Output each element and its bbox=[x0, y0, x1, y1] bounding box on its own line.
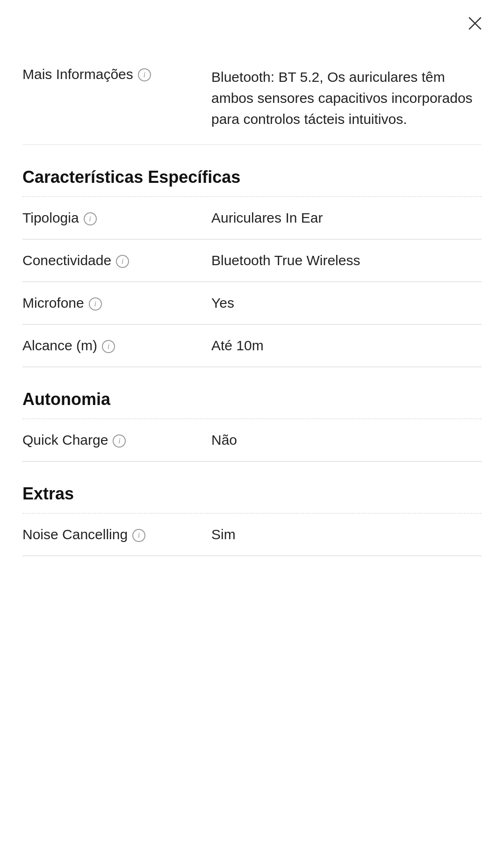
extras-section: Extras Noise Cancelling i Sim bbox=[22, 484, 482, 556]
noise-cancelling-label: Noise Cancelling bbox=[22, 527, 128, 542]
mais-informacoes-label: Mais Informações bbox=[22, 66, 133, 82]
alcance-value: Até 10m bbox=[211, 338, 482, 354]
mais-informacoes-value: Bluetooth: BT 5.2, Os auriculares têm am… bbox=[211, 66, 482, 130]
modal-container: Mais Informações i Bluetooth: BT 5.2, Os… bbox=[0, 0, 504, 853]
alcance-row: Alcance (m) i Até 10m bbox=[22, 325, 482, 367]
autonomia-section: Autonomia Quick Charge i Não bbox=[22, 390, 482, 462]
tipologia-label: Tipologia bbox=[22, 210, 79, 226]
tipologia-info-icon[interactable]: i bbox=[84, 212, 97, 225]
quick-charge-info-icon[interactable]: i bbox=[113, 434, 126, 448]
noise-cancelling-value: Sim bbox=[211, 527, 482, 542]
alcance-info-icon[interactable]: i bbox=[102, 340, 115, 353]
microfone-label-col: Microfone i bbox=[22, 295, 200, 311]
microfone-label: Microfone bbox=[22, 295, 84, 311]
tipologia-label-col: Tipologia i bbox=[22, 210, 200, 226]
quick-charge-label-col: Quick Charge i bbox=[22, 432, 200, 448]
content-area: Mais Informações i Bluetooth: BT 5.2, Os… bbox=[0, 0, 504, 584]
noise-cancelling-label-col: Noise Cancelling i bbox=[22, 527, 200, 542]
autonomia-heading: Autonomia bbox=[22, 390, 482, 409]
conectividade-value: Bluetooth True Wireless bbox=[211, 253, 482, 268]
caracteristicas-heading: Características Específicas bbox=[22, 167, 482, 187]
quick-charge-label: Quick Charge bbox=[22, 432, 108, 448]
tipologia-value: Auriculares In Ear bbox=[211, 210, 482, 226]
mais-informacoes-label-col: Mais Informações i bbox=[22, 66, 200, 130]
noise-cancelling-info-icon[interactable]: i bbox=[132, 529, 145, 542]
mais-informacoes-row: Mais Informações i Bluetooth: BT 5.2, Os… bbox=[22, 51, 482, 145]
tipologia-row: Tipologia i Auriculares In Ear bbox=[22, 196, 482, 239]
microfone-info-icon[interactable]: i bbox=[89, 297, 102, 311]
conectividade-info-icon[interactable]: i bbox=[116, 255, 129, 268]
alcance-label: Alcance (m) bbox=[22, 338, 97, 354]
microfone-value: Yes bbox=[211, 295, 482, 311]
quick-charge-value: Não bbox=[211, 432, 482, 448]
quick-charge-row: Quick Charge i Não bbox=[22, 419, 482, 462]
conectividade-row: Conectividade i Bluetooth True Wireless bbox=[22, 239, 482, 282]
conectividade-label: Conectividade bbox=[22, 253, 111, 268]
noise-cancelling-row: Noise Cancelling i Sim bbox=[22, 513, 482, 556]
close-button[interactable] bbox=[465, 13, 485, 34]
conectividade-label-col: Conectividade i bbox=[22, 253, 200, 268]
close-icon bbox=[468, 16, 482, 31]
mais-informacoes-info-icon[interactable]: i bbox=[138, 68, 151, 81]
extras-heading: Extras bbox=[22, 484, 482, 504]
microfone-row: Microfone i Yes bbox=[22, 282, 482, 325]
caracteristicas-section: Características Específicas Tipologia i … bbox=[22, 167, 482, 367]
alcance-label-col: Alcance (m) i bbox=[22, 338, 200, 354]
